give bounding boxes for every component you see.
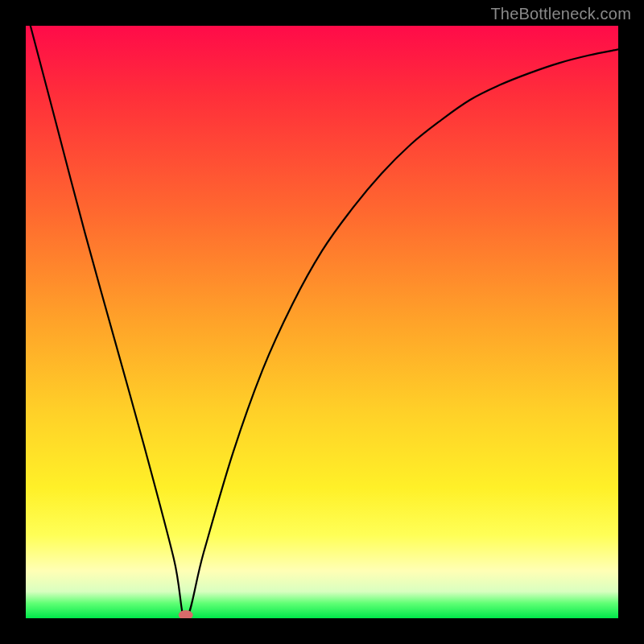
chart-frame: TheBottleneck.com xyxy=(0,0,644,644)
minimum-marker xyxy=(179,610,193,618)
curve-layer xyxy=(26,26,618,618)
watermark-text: TheBottleneck.com xyxy=(490,5,631,23)
bottleneck-curve-path xyxy=(26,26,618,618)
plot-area xyxy=(26,26,618,618)
